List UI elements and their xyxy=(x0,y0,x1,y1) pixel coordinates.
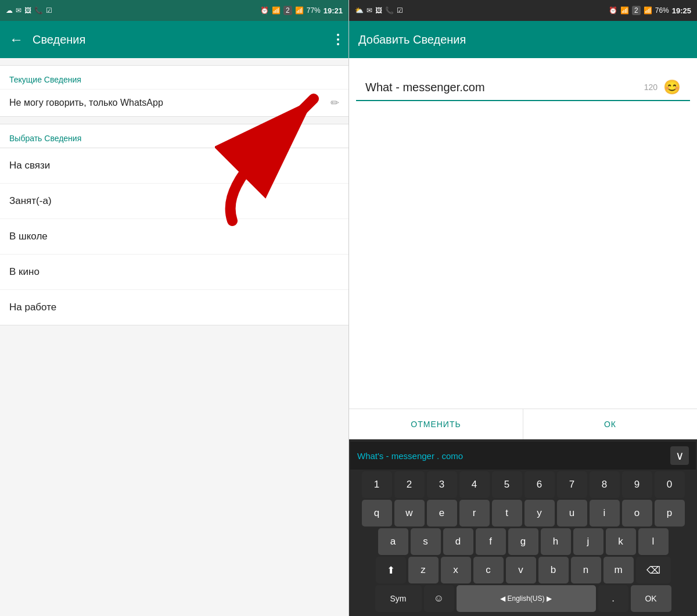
list-item-2[interactable]: В школе xyxy=(0,219,348,255)
status-input[interactable] xyxy=(365,81,638,94)
key-x[interactable]: x xyxy=(441,557,471,583)
left-status-icons: ☁ ✉ 🖼 📞 ☑ xyxy=(6,6,52,15)
key-0[interactable]: 0 xyxy=(655,471,685,498)
period-key[interactable]: . xyxy=(598,585,628,612)
right-content: 120 😊 ОТМЕНИТЬ ОК What's - messenger . c… xyxy=(349,58,697,616)
right-status-bar: ⛅ ✉ 🖼 📞 ☑ ⏰ 📶 2 📶 76% 19:25 xyxy=(349,0,697,21)
char-count: 120 xyxy=(644,83,658,92)
backspace-key[interactable]: ⌫ xyxy=(636,557,671,583)
menu-dot-3 xyxy=(337,43,339,45)
key-5[interactable]: 5 xyxy=(492,471,522,498)
key-g[interactable]: g xyxy=(508,528,538,555)
key-3[interactable]: 3 xyxy=(427,471,457,498)
key-v[interactable]: v xyxy=(506,557,536,583)
right-signal-icon: 📶 xyxy=(644,6,652,15)
list-item-3[interactable]: В кино xyxy=(0,255,348,290)
key-y[interactable]: y xyxy=(524,500,555,527)
suggestion-expand-button[interactable]: ∨ xyxy=(670,446,689,465)
cancel-button[interactable]: ОТМЕНИТЬ xyxy=(349,409,523,439)
key-b[interactable]: b xyxy=(538,557,569,583)
left-signal-icon: 📶 xyxy=(295,6,304,15)
key-t[interactable]: t xyxy=(492,500,522,527)
key-h[interactable]: h xyxy=(541,528,571,555)
suggestion-text[interactable]: What's - messenger . como xyxy=(357,451,463,461)
a-row: a s d f g h j k l xyxy=(351,528,695,555)
back-button[interactable]: ← xyxy=(9,31,23,48)
left-network-badge: 2 xyxy=(283,6,292,15)
list-item-1[interactable]: Занят(-а) xyxy=(0,184,348,219)
left-content: Текущие Сведения Не могу говорить, тольк… xyxy=(0,58,348,616)
left-app-bar: ← Сведения xyxy=(0,21,348,58)
left-envelope-icon: ✉ xyxy=(16,6,21,15)
key-z[interactable]: z xyxy=(408,557,439,583)
right-page-title: Добавить Сведения xyxy=(358,33,466,46)
right-time: 19:25 xyxy=(672,6,691,15)
key-o[interactable]: o xyxy=(622,500,652,527)
left-check-icon: ☑ xyxy=(46,6,52,15)
keyboard-ok-key[interactable]: OK xyxy=(631,585,671,612)
right-check-icon: ☑ xyxy=(397,6,403,15)
left-battery: 77% xyxy=(307,6,321,15)
key-w[interactable]: w xyxy=(394,500,425,527)
emoji-button[interactable]: 😊 xyxy=(663,79,681,95)
dialog-buttons: ОТМЕНИТЬ ОК xyxy=(349,409,697,439)
current-status-label: Текущие Сведения xyxy=(0,66,348,89)
right-battery: 76% xyxy=(655,6,669,15)
key-f[interactable]: f xyxy=(476,528,506,555)
left-phone-icon: 📞 xyxy=(34,6,43,15)
key-k[interactable]: k xyxy=(606,528,636,555)
right-wifi-icon: 📶 xyxy=(620,6,629,15)
sym-key[interactable]: Sym xyxy=(375,585,422,612)
key-s[interactable]: s xyxy=(411,528,441,555)
key-l[interactable]: l xyxy=(638,528,669,555)
ok-button[interactable]: ОК xyxy=(523,409,697,439)
key-8[interactable]: 8 xyxy=(590,471,620,498)
key-1[interactable]: 1 xyxy=(362,471,392,498)
key-e[interactable]: e xyxy=(427,500,457,527)
key-q[interactable]: q xyxy=(362,500,392,527)
left-status-right: ⏰ 📶 2 📶 77% 19:21 xyxy=(260,6,343,15)
emoji-keyboard-key[interactable]: ☺ xyxy=(424,585,454,612)
key-9[interactable]: 9 xyxy=(622,471,652,498)
left-page-title: Сведения xyxy=(33,33,328,46)
key-n[interactable]: n xyxy=(571,557,601,583)
key-6[interactable]: 6 xyxy=(524,471,555,498)
suggestion-bar: What's - messenger . como ∨ xyxy=(350,442,696,470)
keyboard: What's - messenger . como ∨ 1 2 3 4 5 6 … xyxy=(349,439,697,616)
key-c[interactable]: c xyxy=(473,557,504,583)
key-d[interactable]: d xyxy=(443,528,473,555)
key-i[interactable]: i xyxy=(590,500,620,527)
right-network-badge: 2 xyxy=(632,6,641,15)
right-alarm-icon: ⏰ xyxy=(609,6,617,15)
space-key[interactable]: ◀ English(US) ▶ xyxy=(457,585,596,612)
left-status-bar: ☁ ✉ 🖼 📞 ☑ ⏰ 📶 2 📶 77% 19:21 xyxy=(0,0,348,21)
key-j[interactable]: j xyxy=(573,528,603,555)
key-r[interactable]: r xyxy=(459,500,490,527)
key-u[interactable]: u xyxy=(557,500,587,527)
q-row: q w e r t y u i o p xyxy=(351,500,695,527)
edit-icon[interactable]: ✏ xyxy=(330,96,339,109)
key-m[interactable]: m xyxy=(603,557,634,583)
right-panel: ⛅ ✉ 🖼 📞 ☑ ⏰ 📶 2 📶 76% 19:25 Добавить Све… xyxy=(348,0,697,616)
number-row: 1 2 3 4 5 6 7 8 9 0 xyxy=(351,471,695,498)
bottom-row: Sym ☺ ◀ English(US) ▶ . OK xyxy=(351,585,695,612)
list-item-0[interactable]: На связи xyxy=(0,148,348,184)
key-7[interactable]: 7 xyxy=(557,471,587,498)
left-image-icon: 🖼 xyxy=(24,6,31,15)
current-status-row: Не могу говорить, только WhatsApp ✏ xyxy=(0,89,348,116)
key-p[interactable]: p xyxy=(655,500,685,527)
list-item-4[interactable]: На работе xyxy=(0,290,348,325)
key-4[interactable]: 4 xyxy=(459,471,490,498)
menu-dot-2 xyxy=(337,38,339,41)
left-time: 19:21 xyxy=(324,6,343,15)
key-a[interactable]: a xyxy=(378,528,408,555)
right-status-right: ⏰ 📶 2 📶 76% 19:25 xyxy=(609,6,691,15)
key-2[interactable]: 2 xyxy=(394,471,425,498)
left-panel: ☁ ✉ 🖼 📞 ☑ ⏰ 📶 2 📶 77% 19:21 ← Сведения Т… xyxy=(0,0,348,616)
shift-key[interactable]: ⬆ xyxy=(376,557,406,583)
right-status-icons: ⛅ ✉ 🖼 📞 ☑ xyxy=(355,6,403,15)
menu-button[interactable] xyxy=(337,34,339,45)
left-wifi-icon: 📶 xyxy=(272,6,281,15)
right-image-icon: 🖼 xyxy=(375,6,382,15)
choose-status-label: Выбрать Сведения xyxy=(0,124,348,148)
